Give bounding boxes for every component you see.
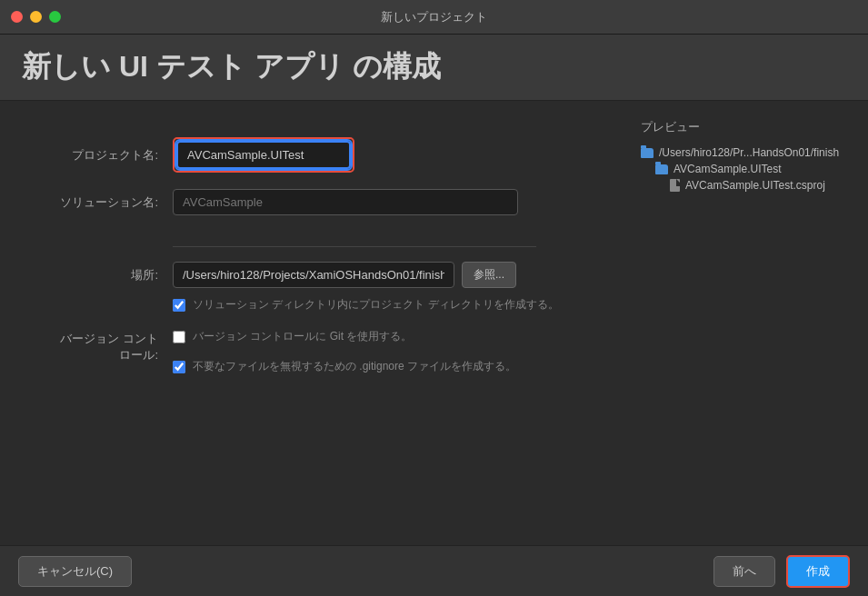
location-input[interactable] (173, 262, 454, 288)
minimize-button[interactable] (30, 11, 42, 23)
tree-item-text: /Users/hiro128/Pr...HandsOn01/finish (659, 146, 839, 159)
git-checkbox[interactable] (173, 331, 185, 343)
solution-dir-label: ソリューション ディレクトリ内にプロジェクト ディレクトリを作成する。 (193, 297, 559, 313)
main-content: プロジェクト名: ソリューション名: 場所: 参照... ソリューション ディレ… (0, 101, 868, 552)
file-icon (670, 179, 680, 192)
divider (173, 246, 536, 247)
folder-icon (655, 164, 668, 174)
list-item: AVCamSample.UITest (655, 163, 850, 175)
gitignore-checkbox-row: 不要なファイルを無視するための .gitignore ファイルを作成する。 (173, 359, 516, 374)
preview-title: プレビュー (641, 119, 850, 135)
folder-icon (641, 148, 653, 158)
maximize-button[interactable] (49, 11, 61, 23)
solution-dir-checkbox[interactable] (173, 299, 185, 312)
page-header: 新しい UI テスト アプリ の構成 (0, 35, 868, 101)
solution-name-row: ソリューション名: (55, 189, 604, 215)
cancel-button[interactable]: キャンセル(C) (18, 556, 132, 587)
preview-area: プレビュー /Users/hiro128/Pr...HandsOn01/fini… (632, 101, 868, 552)
window-title: 新しいプロジェクト (381, 9, 487, 25)
create-button[interactable]: 作成 (786, 555, 850, 588)
project-name-row: プロジェクト名: (55, 137, 604, 173)
list-item: AVCamSample.UITest.csproj (670, 179, 850, 192)
version-control-options: バージョン コントロールに Git を使用する。 不要なファイルを無視するための… (173, 329, 516, 382)
location-input-wrap: 参照... (173, 262, 604, 288)
project-name-input[interactable] (176, 141, 351, 169)
location-row: 場所: 参照... (55, 262, 604, 288)
tree-item-text: AVCamSample.UITest (673, 163, 781, 175)
version-control-section: バージョン コントロール: バージョン コントロールに Git を使用する。 不… (55, 329, 604, 382)
window-controls (11, 11, 61, 23)
git-checkbox-row: バージョン コントロールに Git を使用する。 (173, 329, 516, 344)
footer-right: 前へ 作成 (713, 555, 850, 588)
footer-left: キャンセル(C) (18, 556, 132, 587)
solution-dir-checkbox-row: ソリューション ディレクトリ内にプロジェクト ディレクトリを作成する。 (173, 297, 604, 313)
list-item: /Users/hiro128/Pr...HandsOn01/finish (641, 146, 850, 159)
back-button[interactable]: 前へ (713, 556, 775, 587)
project-name-label: プロジェクト名: (55, 147, 173, 164)
title-bar: 新しいプロジェクト (0, 0, 868, 35)
solution-name-label: ソリューション名: (55, 194, 173, 211)
close-button[interactable] (11, 11, 23, 23)
preview-tree: /Users/hiro128/Pr...HandsOn01/finish AVC… (641, 146, 850, 192)
tree-item-text: AVCamSample.UITest.csproj (685, 179, 825, 192)
git-label: バージョン コントロールに Git を使用する。 (193, 329, 412, 344)
location-label: 場所: (55, 267, 173, 283)
form-area: プロジェクト名: ソリューション名: 場所: 参照... ソリューション ディレ… (0, 101, 632, 552)
browse-button[interactable]: 参照... (462, 262, 516, 288)
project-name-highlight (173, 137, 354, 173)
page-title: 新しい UI テスト アプリ の構成 (22, 47, 846, 87)
gitignore-checkbox[interactable] (173, 361, 185, 373)
gitignore-label: 不要なファイルを無視するための .gitignore ファイルを作成する。 (193, 359, 516, 374)
footer: キャンセル(C) 前へ 作成 (0, 545, 868, 596)
version-control-row: バージョン コントロール: バージョン コントロールに Git を使用する。 不… (55, 329, 604, 382)
version-control-label: バージョン コントロール: (55, 329, 173, 363)
solution-name-input[interactable] (173, 189, 518, 215)
